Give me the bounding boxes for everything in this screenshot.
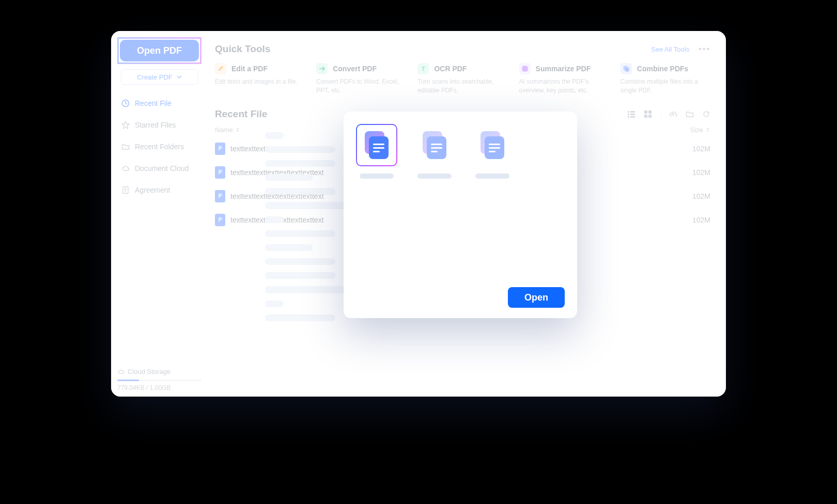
modal-file-list [356,124,565,179]
sort-icon [235,127,240,132]
svg-rect-6 [630,111,635,113]
folder-icon [121,143,130,151]
document-icon [481,131,504,159]
tool-name: OCR PDF [434,65,467,73]
tool-combine-pdfs[interactable]: Combine PDFs Combine multiple files into… [621,63,710,95]
svg-rect-5 [628,111,629,113]
sidebar-item-starred-files[interactable]: Starred Files [117,116,202,134]
sidebar-item-agreement[interactable]: Agreement [117,181,202,199]
recent-view-controls [627,110,710,118]
sidebar-item-label: Starred Files [135,121,176,129]
tool-name: Edit a PDF [231,65,268,73]
modal-file-item[interactable] [356,124,397,179]
upload-icon[interactable] [669,110,677,118]
ocr-icon: T [417,63,429,74]
file-size: 102M [692,145,710,153]
modal-open-button[interactable]: Open [508,287,565,308]
sidebar-item-document-cloud[interactable]: Document Cloud [117,159,202,178]
tool-summarize-pdf[interactable]: Summarize PDF AI summarizes the PDF's ov… [519,63,609,95]
svg-rect-10 [630,116,635,118]
tool-desc: Convert PDFs to Word, Excel, PPT, etc. [316,77,406,95]
create-pdf-button[interactable]: Create PDF [121,69,198,85]
summarize-icon [519,63,531,74]
sidebar: Open PDF Create PDF Recent File Starred … [111,31,207,397]
modal-file-item[interactable] [414,124,455,179]
pdf-file-icon: P [215,143,225,155]
file-size: 102M [692,192,710,200]
open-file-modal: Open [344,112,577,318]
tool-name: Combine PDFs [637,65,689,73]
svg-rect-4 [625,68,629,71]
svg-rect-14 [648,115,652,118]
open-pdf-button[interactable]: Open PDF [120,40,199,61]
document-icon [423,131,446,159]
tool-name: Convert PDF [333,65,377,73]
chevron-down-icon [177,74,182,80]
open-folder-icon[interactable] [686,110,694,118]
sidebar-item-label: Recent Folders [135,143,184,151]
pdf-file-icon: P [215,166,225,179]
pdf-file-icon: P [215,214,225,226]
file-size: 102M [692,216,710,224]
sidebar-item-recent-file[interactable]: Recent File [117,94,202,113]
combine-icon [621,63,632,74]
file-size: 102M [692,168,710,177]
app-window: Open PDF Create PDF Recent File Starred … [111,31,726,397]
tool-desc: Edit texts and images in a file. [215,77,305,86]
sort-icon [705,127,710,132]
column-name[interactable]: Name [215,126,240,134]
svg-rect-9 [628,116,629,118]
see-all-tools-link[interactable]: See All Tools [651,45,689,53]
quick-tools-list: Edit a PDF Edit texts and images in a fi… [215,63,710,95]
svg-rect-2 [522,66,528,71]
edit-icon [215,63,226,74]
clock-icon [121,99,130,107]
sidebar-item-label: Document Cloud [135,164,189,172]
cloud-storage-usage: 779.04KB / 1.00GB [117,384,202,391]
document-icon [365,131,389,159]
pdf-file-icon: P [215,190,225,202]
file-label-placeholder [417,174,452,179]
cloud-icon [117,368,125,375]
cloud-storage: Cloud Storage 779.04KB / 1.00GB [117,368,202,391]
cloud-storage-label: Cloud Storage [128,368,171,375]
tool-convert-pdf[interactable]: Convert PDF Convert PDFs to Word, Excel,… [316,63,406,95]
open-pdf-highlight: Open PDF [117,37,202,64]
cloud-icon [121,164,130,172]
svg-rect-8 [630,114,635,115]
tool-edit-pdf[interactable]: Edit a PDF Edit texts and images in a fi… [215,63,305,95]
svg-rect-11 [644,111,647,114]
column-size[interactable]: Size [690,126,710,134]
convert-icon [316,63,328,74]
tool-desc: Turn scans into searchable, editable PDF… [417,77,507,95]
more-tools-icon[interactable]: ••• [699,44,710,54]
file-label-placeholder [360,174,394,179]
modal-file-item[interactable] [472,124,513,179]
create-pdf-label: Create PDF [137,73,173,81]
list-view-icon[interactable] [627,110,636,118]
sidebar-item-recent-folders[interactable]: Recent Folders [117,137,202,156]
grid-view-icon[interactable] [644,110,652,118]
sidebar-item-label: Agreement [135,186,170,194]
star-icon [121,121,130,129]
sidebar-nav: Recent File Starred Files Recent Folders… [117,94,202,199]
tool-desc: Combine multiple files into a single PDF… [621,77,710,95]
cloud-storage-bar [117,380,202,381]
recent-file-title: Recent File [215,108,267,120]
svg-rect-7 [628,114,629,115]
sidebar-item-label: Recent File [135,99,172,107]
file-label-placeholder [475,174,509,179]
tool-name: Summarize PDF [536,65,591,73]
file-icon [121,186,130,194]
tool-desc: AI summarizes the PDF's overview, key po… [519,77,609,95]
svg-rect-13 [644,115,647,118]
quick-tools-title: Quick Tools [215,43,270,55]
svg-rect-12 [648,111,652,114]
tool-ocr-pdf[interactable]: TOCR PDF Turn scans into searchable, edi… [417,63,507,95]
refresh-icon[interactable] [702,110,710,118]
